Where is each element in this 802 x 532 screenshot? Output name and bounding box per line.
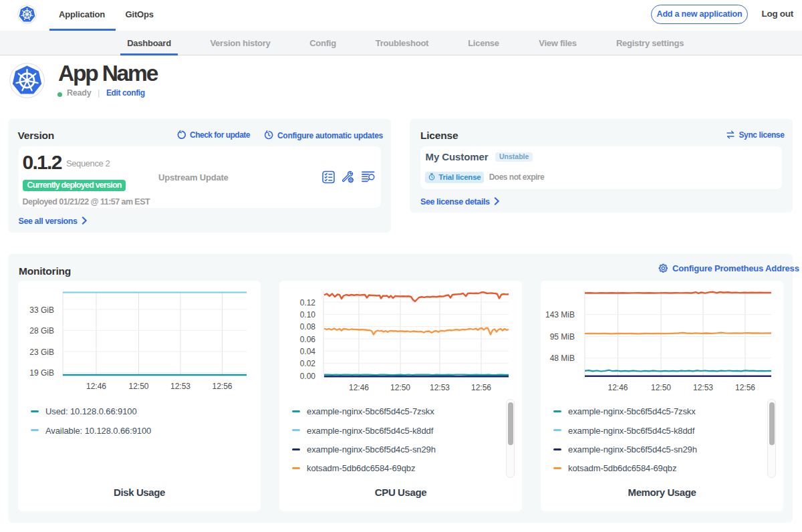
- svg-text:12:56: 12:56: [471, 383, 491, 392]
- svg-text:0.04: 0.04: [300, 347, 316, 356]
- svg-text:95 MiB: 95 MiB: [550, 332, 575, 342]
- svg-text:12:50: 12:50: [651, 383, 671, 392]
- svg-text:12:53: 12:53: [430, 383, 450, 392]
- svg-text:0.12: 0.12: [300, 298, 316, 307]
- svg-text:12:50: 12:50: [390, 383, 410, 392]
- svg-text:23 GiB: 23 GiB: [29, 348, 54, 357]
- svg-text:12:50: 12:50: [128, 382, 148, 391]
- svg-text:48 MiB: 48 MiB: [550, 354, 575, 363]
- svg-text:19 GiB: 19 GiB: [29, 368, 54, 378]
- svg-text:0.08: 0.08: [300, 322, 316, 331]
- svg-text:0.10: 0.10: [300, 310, 316, 319]
- svg-text:0.06: 0.06: [300, 335, 316, 344]
- svg-text:12:56: 12:56: [735, 383, 755, 392]
- svg-text:12:46: 12:46: [608, 383, 628, 392]
- svg-text:12:56: 12:56: [212, 382, 232, 391]
- svg-text:12:46: 12:46: [349, 383, 369, 392]
- svg-text:0.00: 0.00: [300, 372, 316, 381]
- svg-text:0.02: 0.02: [300, 359, 316, 368]
- svg-text:12:46: 12:46: [86, 382, 106, 391]
- svg-text:33 GiB: 33 GiB: [29, 305, 54, 315]
- svg-text:12:53: 12:53: [170, 382, 190, 391]
- svg-text:12:53: 12:53: [693, 383, 713, 392]
- svg-text:143 MiB: 143 MiB: [545, 310, 575, 319]
- svg-text:28 GiB: 28 GiB: [29, 326, 54, 336]
